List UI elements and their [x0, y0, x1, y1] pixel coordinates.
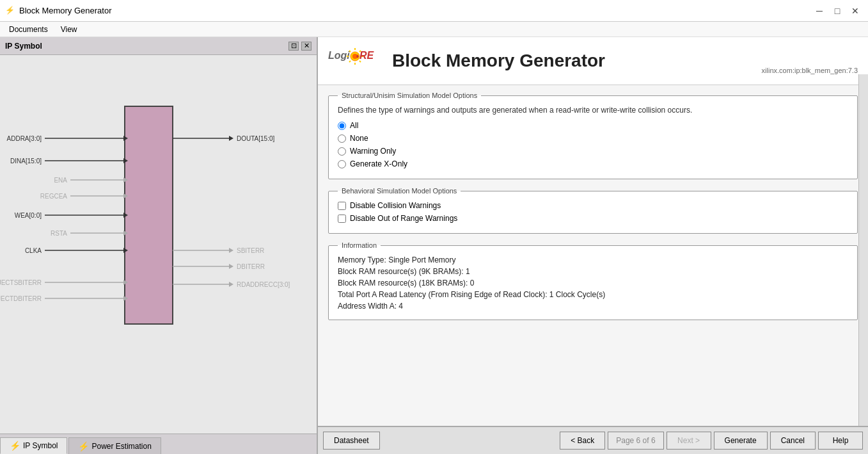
structural-legend: Structural/Unisim Simulation Model Optio… [338, 92, 481, 99]
panel-header: IP Symbol ⊡ ✕ [0, 37, 317, 55]
logicore-logo: Logi RE [328, 45, 379, 77]
disable-out-of-range-label: Disable Out of Range Warnings [350, 214, 457, 223]
disable-out-of-range-input[interactable] [338, 215, 346, 223]
power-estimation-icon: ⚡ [78, 441, 89, 451]
behavioral-section: Behavioral Simulation Model Options Disa… [328, 187, 858, 234]
info-9k-brams: Block RAM resource(s) (9K BRAMs): 1 [338, 267, 848, 276]
radio-warning-only-input[interactable] [338, 147, 346, 156]
info-address-width: Address Width A: 4 [338, 302, 848, 311]
radio-all-input[interactable] [338, 122, 346, 130]
signal-dbiterr: DBITERR [237, 263, 265, 270]
svg-marker-25 [229, 282, 233, 287]
radio-warning-only-label: Warning Only [350, 147, 396, 156]
maximize-button[interactable]: □ [830, 3, 845, 19]
svg-text:Logi: Logi [328, 50, 350, 61]
svg-line-33 [349, 51, 351, 52]
radio-generate-x-only-input[interactable] [338, 160, 346, 168]
svg-text:RE: RE [359, 50, 375, 61]
checkbox-disable-collision[interactable]: Disable Collision Warnings [338, 201, 848, 210]
signal-injectdbiterr: INJECTDBITERR [0, 295, 42, 302]
svg-marker-21 [229, 248, 233, 253]
bottom-tabs: ⚡ IP Symbol ⚡ Power Estimation [0, 434, 317, 454]
tab-ip-symbol-label: IP Symbol [23, 441, 58, 450]
signal-addra: ADDRA[3:0] [7, 135, 42, 142]
tab-ip-symbol[interactable]: ⚡ IP Symbol [0, 437, 67, 454]
info-read-latency: Total Port A Read Latency (From Rising E… [338, 290, 848, 299]
panel-controls: ⊡ ✕ [288, 42, 312, 51]
app-icon: ⚡ [5, 6, 15, 16]
structural-desc: Defines the type of warnings and outputs… [338, 106, 848, 115]
footer-bar: Datasheet < Back Page 6 of 6 Next > Gene… [318, 426, 868, 454]
radio-generate-x-only[interactable]: Generate X-Only [338, 159, 848, 168]
cancel-button[interactable]: Cancel [770, 432, 816, 450]
information-section: Information Memory Type: Single Port Mem… [328, 241, 858, 320]
menu-view[interactable]: View [54, 24, 84, 35]
signal-injectsbiterr: INJECTSBITERR [0, 279, 42, 286]
panel-close-button[interactable]: ✕ [301, 42, 312, 51]
panel-title: IP Symbol [5, 42, 42, 51]
tab-power-estimation-label: Power Estimation [91, 442, 151, 451]
title-bar: ⚡ Block Memory Generator ─ □ ✕ [0, 0, 868, 22]
radio-none-input[interactable] [338, 134, 346, 143]
signal-ena: ENA [54, 177, 67, 184]
close-button[interactable]: ✕ [848, 3, 863, 19]
page-indicator: Page 6 of 6 [608, 432, 663, 450]
memory-block [125, 106, 173, 324]
signal-sbiterr: SBITERR [237, 247, 264, 254]
tab-power-estimation[interactable]: ⚡ Power Estimation [68, 437, 161, 454]
datasheet-button[interactable]: Datasheet [323, 432, 380, 450]
signal-wea: WEA[0:0] [15, 212, 42, 219]
signal-regcea: REGCEA [40, 193, 68, 200]
svg-line-34 [359, 61, 361, 62]
behavioral-legend: Behavioral Simulation Model Options [338, 187, 461, 195]
svg-marker-19 [229, 136, 233, 141]
signal-rsta: RSTA [51, 230, 67, 237]
information-legend: Information [338, 241, 381, 249]
radio-all[interactable]: All [338, 121, 848, 130]
info-18k-brams: Block RAM resource(s) (18K BRAMs): 0 [338, 279, 848, 288]
info-memory-type: Memory Type: Single Port Memory [338, 255, 848, 264]
right-header: Logi RE Block [318, 37, 868, 85]
back-button[interactable]: < Back [560, 432, 605, 450]
generate-button[interactable]: Generate [714, 432, 768, 450]
radio-generate-x-only-label: Generate X-Only [350, 159, 407, 168]
signal-rdaddrecc: RDADDRECC[3:0] [237, 281, 290, 288]
signal-dina: DINA[15:0] [10, 158, 42, 165]
disable-collision-input[interactable] [338, 202, 346, 210]
radio-none-label: None [350, 134, 368, 143]
right-content: Structural/Unisim Simulation Model Optio… [318, 85, 868, 426]
main-layout: IP Symbol ⊡ ✕ ADDRA[3:0] DINA[15:0] [0, 37, 868, 454]
left-panel: IP Symbol ⊡ ✕ ADDRA[3:0] DINA[15:0] [0, 37, 318, 454]
version-text: xilinx.com:ip:blk_mem_gen:7.3 [762, 67, 858, 77]
ip-symbol-canvas: ADDRA[3:0] DINA[15:0] ENA REGCEA WEA[0:0… [0, 55, 317, 434]
radio-warning-only[interactable]: Warning Only [338, 147, 848, 156]
disable-collision-label: Disable Collision Warnings [350, 201, 441, 210]
ip-diagram-svg: ADDRA[3:0] DINA[15:0] ENA REGCEA WEA[0:0… [0, 55, 301, 356]
svg-marker-23 [229, 264, 233, 269]
window-controls: ─ □ ✕ [812, 3, 863, 19]
panel-restore-button[interactable]: ⊡ [288, 42, 299, 51]
app-title: Block Memory Generator [392, 51, 762, 71]
svg-line-36 [349, 61, 351, 62]
menu-documents[interactable]: Documents [3, 24, 54, 35]
right-panel: Logi RE Block [318, 37, 868, 454]
ip-symbol-icon: ⚡ [10, 441, 20, 451]
radio-all-label: All [350, 121, 358, 130]
structural-section: Structural/Unisim Simulation Model Optio… [328, 92, 858, 179]
help-button[interactable]: Help [818, 432, 863, 450]
checkbox-disable-out-of-range[interactable]: Disable Out of Range Warnings [338, 214, 848, 223]
radio-none[interactable]: None [338, 134, 848, 143]
menu-bar: Documents View [0, 22, 868, 37]
logo-area: Logi RE [328, 45, 379, 77]
signal-douta: DOUTA[15:0] [237, 135, 274, 142]
window-title: Block Memory Generator [19, 6, 812, 15]
minimize-button[interactable]: ─ [812, 3, 827, 19]
next-button[interactable]: Next > [667, 432, 711, 450]
signal-clka: CLKA [25, 247, 42, 254]
